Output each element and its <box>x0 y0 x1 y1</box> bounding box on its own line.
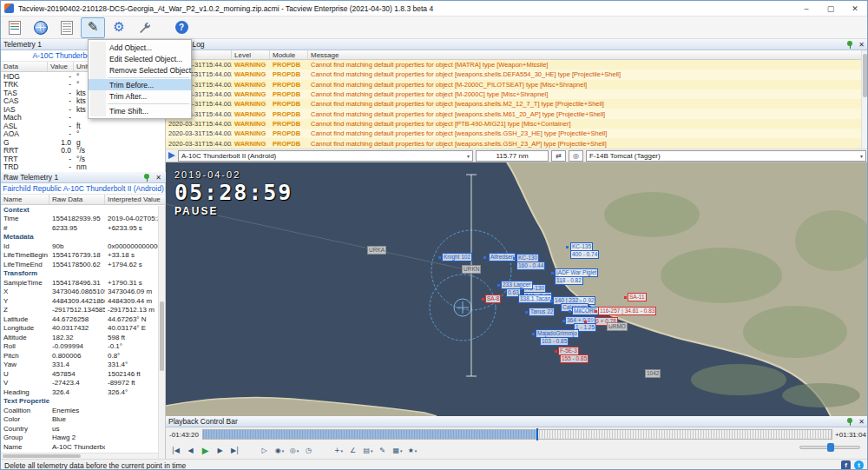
log-window-button[interactable] <box>55 17 79 38</box>
right-aircraft-dropdown[interactable]: F-14B Tomcat (Tagger) ▾ <box>586 150 866 162</box>
raw-telemetry-panel: Raw Telemetry 1 ✕ Fairchild Republic A-1… <box>1 172 166 451</box>
unit-marker[interactable] <box>550 300 553 302</box>
map-label[interactable]: URMO <box>607 322 628 331</box>
play-button[interactable]: ▶ <box>199 444 213 458</box>
unit-marker[interactable] <box>497 284 500 287</box>
log-vertical-scrollbar[interactable] <box>861 50 868 149</box>
raw-aircraft-selector[interactable]: Fairchild Republic A-10C Thunderbolt II … <box>1 183 166 195</box>
menu-item[interactable]: Remove Selected Object... <box>89 64 191 76</box>
map-label[interactable]: 138.1 Tacan <box>518 295 552 303</box>
pin-icon[interactable] <box>847 41 853 49</box>
map-label[interactable]: Tanus 22 <box>529 308 555 316</box>
tools-button[interactable] <box>133 17 157 38</box>
log-row[interactable]: 2020-03-31T15:44.00Z WARNING PROPDB Cann… <box>166 129 868 138</box>
unit-marker[interactable] <box>562 320 565 322</box>
menu-item[interactable]: Edit Selected Object... <box>89 53 191 64</box>
map-label[interactable]: URKA <box>367 246 386 255</box>
clock-button[interactable]: ◷ <box>302 444 316 458</box>
select-tool-button[interactable]: + ▾ <box>332 444 345 458</box>
minimize-button[interactable]: – <box>794 1 819 16</box>
fly-mode-button[interactable]: ▷ <box>258 444 272 458</box>
unit-marker[interactable] <box>525 311 528 314</box>
unit-marker[interactable] <box>584 321 587 323</box>
unit-marker[interactable] <box>595 310 597 313</box>
skip-start-button[interactable]: |◀ <box>169 444 183 458</box>
menu-item[interactable]: Trim Before... <box>89 79 191 90</box>
unit-marker[interactable] <box>532 333 535 335</box>
log-row[interactable]: 2020-03-31T15:44.00Z WARNING PROPDB Cann… <box>166 99 868 109</box>
step-back-button[interactable]: ◀ <box>184 444 198 458</box>
menu-item[interactable]: Time Shift... <box>89 105 191 116</box>
app-icon <box>4 3 14 13</box>
menu-item[interactable]: Add Object... <box>89 42 191 53</box>
facebook-icon[interactable]: f <box>841 460 851 470</box>
chevron-down-icon: ▾ <box>297 448 299 453</box>
maximize-button[interactable]: ▢ <box>819 1 843 16</box>
center-view-button[interactable]: ◎ <box>569 150 583 162</box>
log-row[interactable]: 2020-03-31T15:44.00Z WARNING PROPDB Cann… <box>166 109 868 118</box>
map-label[interactable]: 103 - 0.85 <box>540 337 569 346</box>
pin-icon[interactable] <box>144 174 150 182</box>
sep-2[interactable] <box>317 444 331 458</box>
map-label[interactable]: 400 - 0.74 <box>570 250 599 259</box>
map-label[interactable]: 1042 <box>645 369 661 378</box>
map-label[interactable]: 116-257 | 34.81 - 0.83 <box>598 307 656 315</box>
raw-row: Transform <box>1 269 166 279</box>
unit-marker[interactable] <box>520 288 523 290</box>
map-label[interactable]: URKN <box>462 265 481 274</box>
log-row[interactable]: 2020-03-31T15:44.00Z WARNING PROPDB Cann… <box>166 70 868 79</box>
step-forward-button[interactable]: ▶ <box>214 444 227 458</box>
map-label[interactable]: 118 - 0.82 <box>555 276 583 285</box>
grid-button[interactable]: ▦ ▾ <box>391 444 404 458</box>
left-aircraft-dropdown[interactable]: A-10C Thunderbolt II (Android) ▾ <box>178 150 473 162</box>
swap-aircraft-button[interactable]: ⇄ <box>551 150 566 162</box>
bookmark-button[interactable]: ★ ▾ <box>405 444 419 458</box>
close-icon[interactable]: ✕ <box>857 418 866 426</box>
layers-button[interactable]: ▤ ▾ <box>361 444 375 458</box>
log-row[interactable]: 2020-03-31T15:44.00Z WARNING PROPDB Cann… <box>166 60 868 70</box>
map-label[interactable]: SA-11 <box>628 293 647 301</box>
map-label[interactable]: 160 - 0.44 <box>516 261 545 270</box>
unit-marker[interactable] <box>483 256 486 259</box>
close-icon[interactable]: ✕ <box>154 174 163 182</box>
help-button[interactable]: ? <box>169 17 194 38</box>
skip-end-button[interactable]: ▶| <box>228 444 242 458</box>
globe-view-button[interactable]: ◎ ▾ <box>287 444 301 458</box>
map-label[interactable]: Knight 102 <box>442 253 472 261</box>
unit-marker[interactable] <box>551 272 554 275</box>
unit-marker[interactable] <box>482 298 484 301</box>
globe-window-button[interactable] <box>29 17 53 38</box>
timeline-track[interactable] <box>202 429 832 440</box>
unit-marker[interactable] <box>438 256 441 259</box>
unit-marker[interactable] <box>624 296 627 299</box>
twitter-icon[interactable]: t <box>854 460 864 470</box>
unit-marker[interactable] <box>513 257 516 260</box>
telemetry-window-button[interactable] <box>3 17 27 38</box>
raw-horizontal-scrollbar[interactable] <box>1 453 158 459</box>
log-row[interactable]: 2020-03-31T15:44.00Z WARNING PROPDB Cann… <box>166 80 868 89</box>
close-button[interactable]: ✕ <box>843 1 867 16</box>
map-canvas[interactable]: 2019-04-02 05:28:59 PAUSE KC-135 400 - 0… <box>166 162 868 416</box>
log-row[interactable]: 2020-03-31T15:44.00Z WARNING PROPDB Cann… <box>166 119 868 129</box>
menu-item[interactable]: Trim After... <box>89 90 191 102</box>
edit-menu-button[interactable]: ✎ <box>81 17 105 38</box>
map-label[interactable]: SA-8 <box>485 295 501 303</box>
timeline-marker[interactable] <box>536 428 538 440</box>
speed-slider[interactable] <box>799 446 860 449</box>
measure-tool-button[interactable]: ∠ <box>346 444 360 458</box>
camera-button[interactable]: ◉ ▾ <box>273 444 286 458</box>
map-label[interactable]: 155 - 0.85 <box>560 354 589 363</box>
raw-row: Context <box>1 205 166 215</box>
pin-icon[interactable] <box>847 418 853 426</box>
close-icon[interactable]: ✕ <box>857 41 866 49</box>
raw-vertical-scrollbar[interactable] <box>158 206 165 470</box>
unit-marker[interactable] <box>569 310 571 313</box>
unit-marker[interactable] <box>566 246 569 248</box>
settings-button[interactable]: ⚙ <box>107 17 131 38</box>
log-row[interactable]: 2020-03-31T15:44.00Z WARNING PROPDB Cann… <box>166 138 868 148</box>
log-row[interactable]: 2020-03-31T15:44.00Z WARNING PROPDB Cann… <box>166 89 868 99</box>
pencil-tool-button[interactable]: ✎ <box>376 444 390 458</box>
unit-marker[interactable] <box>555 350 557 353</box>
map-label[interactable]: Alfredsen <box>489 253 516 261</box>
sep-1[interactable] <box>243 444 257 458</box>
